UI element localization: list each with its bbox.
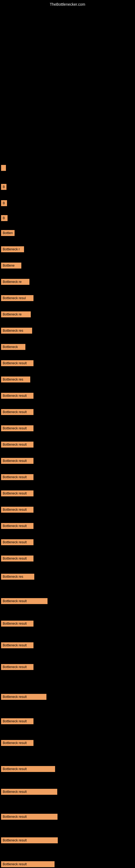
bottleneck-item: Bottleneck result [1, 442, 34, 447]
bottleneck-item [1, 165, 6, 171]
bottleneck-item: Bottleneck [1, 344, 26, 350]
bottleneck-item: Bottleneck result [1, 766, 55, 772]
bottleneck-item: Bottleneck re [1, 311, 31, 317]
bottleneck-item: Bottleneck result [1, 837, 58, 843]
bottleneck-item: Bottleneck result [1, 694, 46, 700]
bottleneck-item: Bottleneck result [1, 458, 34, 464]
bottleneck-item: Bottleneck result [1, 814, 57, 820]
bottleneck-item: Bottleneck res [1, 574, 34, 580]
bottleneck-item: Bottleneck result [1, 642, 34, 648]
bottleneck-item: Bottleneck result [1, 621, 34, 627]
bottleneck-item: Bottleneck result [1, 861, 54, 867]
bottleneck-item: Bottleneck resul [1, 295, 34, 301]
bottleneck-item: Bottleneck result [1, 523, 34, 529]
bottleneck-item: Bottleneck re [1, 279, 30, 285]
bottleneck-item: B [1, 184, 6, 190]
bottleneck-item: Bottlen [1, 230, 14, 236]
bottleneck-item: Bottleneck result [1, 740, 34, 746]
bottleneck-item: Bottleneck result [1, 598, 48, 604]
site-title-container: TheBottlenecker.com [0, 0, 135, 8]
bottleneck-item: Bottleneck result [1, 507, 34, 513]
items-container: BBBBottlenBottleneck rBottleneBottleneck… [0, 8, 135, 868]
bottleneck-item: Bottleneck result [1, 664, 34, 670]
bottleneck-item: Bottleneck result [1, 718, 34, 724]
bottleneck-item: Bottleneck result [1, 425, 34, 431]
bottleneck-item: Bottleneck result [1, 409, 34, 415]
bottleneck-item: Bottleneck result [1, 490, 34, 496]
bottleneck-item: B [1, 200, 7, 206]
bottleneck-item: Bottleneck result [1, 539, 34, 545]
bottleneck-item: Bottleneck res [1, 376, 30, 382]
bottleneck-item: Bottleneck result [1, 360, 34, 366]
bottleneck-item: Bottleneck result [1, 789, 57, 795]
bottleneck-item: Bottleneck r [1, 246, 24, 252]
bottleneck-item: Bottleneck result [1, 556, 34, 561]
site-title: TheBottlenecker.com [0, 0, 135, 8]
bottleneck-item: Bottleneck res [1, 328, 32, 334]
bottleneck-item: Bottlene [1, 262, 21, 269]
bottleneck-item: Bottleneck result [1, 393, 34, 399]
bottleneck-item: Bottleneck result [1, 474, 34, 480]
bottleneck-item: B [1, 215, 8, 221]
